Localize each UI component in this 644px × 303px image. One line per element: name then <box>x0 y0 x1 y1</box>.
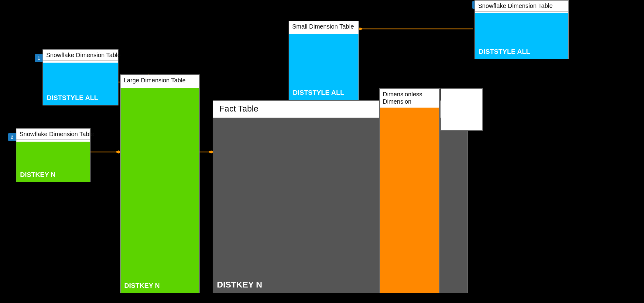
dimensionless-dim: DimensionlessDimension <box>379 88 440 293</box>
fact-table-label: DISTKEY N <box>217 280 262 290</box>
snowflake-dim-table-2-header: Snowflake Dimension Table <box>16 129 90 140</box>
small-dim-table: Small Dimension Table DISTSTYLE ALL <box>289 21 359 100</box>
large-dim-table: Large Dimension Table DISTKEY N <box>120 74 200 293</box>
snowflake-dim-table-1-header: Snowflake Dimension Table <box>43 50 118 61</box>
snowflake-dim-table-1-label: DISTSTYLE ALL <box>47 94 98 102</box>
snowflake-dim-table-3: Snowflake Dimension Table DISTSTYLE ALL <box>474 0 569 59</box>
large-dim-table-label: DISTKEY N <box>124 282 160 290</box>
snowflake-dim-table-2-label: DISTKEY N <box>20 171 56 179</box>
small-dim-table-label: DISTSTYLE ALL <box>293 89 344 97</box>
small-dim-table-header: Small Dimension Table <box>289 21 358 32</box>
dimensionless-dim-header: DimensionlessDimension <box>380 89 439 107</box>
badge-1-topleft: 1 <box>35 54 43 62</box>
snowflake-dim-table-2: Snowflake Dimension Table DISTKEY N <box>16 128 91 182</box>
snowflake-dim-table-3-header: Snowflake Dimension Table <box>475 1 568 12</box>
badge-2-left: 2 <box>8 133 16 141</box>
snowflake-dim-table-1: Snowflake Dimension Table DISTSTYLE ALL <box>43 49 118 105</box>
large-dim-table-header: Large Dimension Table <box>121 75 199 86</box>
extra-dim-table <box>440 88 483 131</box>
snowflake-dim-table-3-label: DISTSTYLE ALL <box>479 48 530 56</box>
canvas: 1 Snowflake Dimension Table DISTSTYLE AL… <box>0 0 644 303</box>
